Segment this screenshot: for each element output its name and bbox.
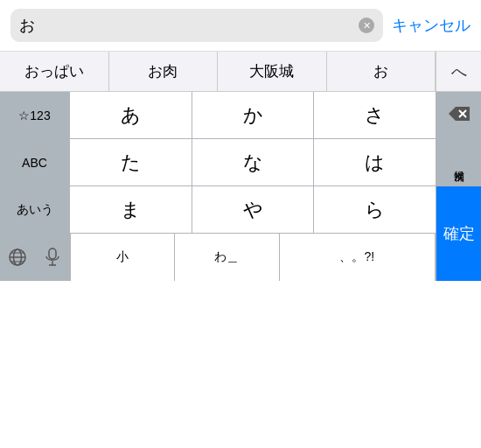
key-punctuation-label: 、。?! (339, 249, 374, 265)
clear-icon[interactable]: ✕ (359, 18, 374, 33)
mid-keys-row1: あ か さ (70, 92, 436, 139)
key-next-candidate[interactable]: 次候補 (436, 139, 481, 186)
key-na[interactable]: な (192, 139, 315, 186)
key-ka[interactable]: か (192, 92, 315, 139)
key-delete[interactable] (436, 92, 481, 139)
key-wa[interactable]: わ＿ (175, 234, 279, 281)
key-rows-3-4: あいう ま や ら (0, 186, 481, 281)
key-func-123[interactable]: ☆123 (0, 92, 70, 139)
keyboard: ☆123 あ か さ ABC た な は 次候補 (0, 92, 481, 281)
key-wa-label: わ＿ (214, 249, 239, 265)
key-confirm[interactable]: 確定 (436, 186, 481, 281)
suggestion-1[interactable]: おっぱい (0, 52, 109, 91)
key-ya[interactable]: や (192, 186, 315, 234)
key-func-abc[interactable]: ABC (0, 139, 70, 186)
mid-keys-row2: た な は (70, 139, 436, 186)
search-bar: お ✕ キャンセル (0, 0, 481, 52)
suggestion-4[interactable]: お (327, 52, 436, 91)
chevron-up-button[interactable]: へ (436, 52, 481, 91)
key-small-label: 小 (116, 249, 129, 265)
key-microphone[interactable] (35, 234, 70, 281)
key-a[interactable]: あ (70, 92, 192, 139)
search-input[interactable]: お (19, 15, 353, 36)
delete-icon (447, 105, 471, 125)
key-ta[interactable]: た (70, 139, 192, 186)
key-ra[interactable]: ら (314, 186, 436, 234)
key-ma[interactable]: ま (70, 186, 192, 234)
key-col-main: あいう ま や ら (0, 186, 436, 281)
mid-keys-row3: ま や ら (70, 186, 436, 234)
suggestions-row: おっぱい お肉 大阪城 お へ (0, 52, 481, 92)
cancel-button[interactable]: キャンセル (392, 15, 471, 36)
key-small[interactable]: 小 (70, 234, 175, 281)
key-row-1: ☆123 あ か さ (0, 92, 481, 139)
key-punctuation[interactable]: 、。?! (280, 234, 436, 281)
key-sa[interactable]: さ (314, 92, 436, 139)
key-row-4: 小 わ＿ 、。?! (0, 234, 436, 281)
key-ha[interactable]: は (314, 139, 436, 186)
suggestion-3[interactable]: 大阪城 (218, 52, 327, 91)
suggestion-2[interactable]: お肉 (109, 52, 219, 91)
key-func-aiueo[interactable]: あいう (0, 186, 70, 234)
svg-rect-7 (49, 248, 56, 259)
key-row-2: ABC た な は 次候補 (0, 139, 481, 186)
key-row-3: あいう ま や ら (0, 186, 436, 234)
search-input-wrapper: お ✕ (10, 9, 383, 42)
key-globe[interactable] (0, 234, 35, 281)
